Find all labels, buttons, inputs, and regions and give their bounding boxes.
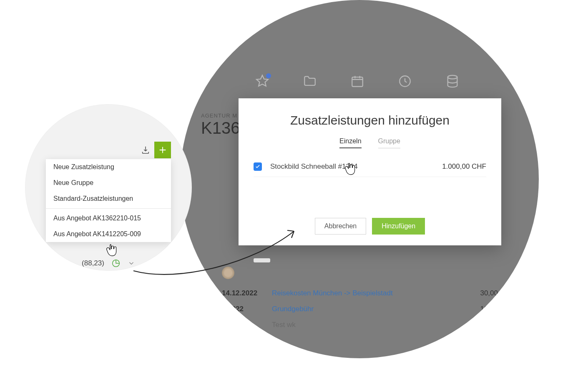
clock-icon[interactable] xyxy=(398,74,412,90)
menu-separator xyxy=(46,208,171,209)
row-desc[interactable]: Grundgebühr xyxy=(272,305,452,313)
row-icon-placeholder xyxy=(506,290,514,297)
row-desc: Test wk xyxy=(272,321,452,329)
pointer-cursor-icon xyxy=(106,244,118,257)
modal-tabs: Einzeln Gruppe xyxy=(239,137,501,148)
left-footer: (88,23) xyxy=(25,259,192,267)
svg-rect-0 xyxy=(352,77,363,87)
folder-icon[interactable] xyxy=(303,74,317,90)
row-date: 14.12.2022 xyxy=(222,289,264,297)
add-services-modal: Zusatzleistungen hinzufügen Einzeln Grup… xyxy=(239,98,501,245)
add-button[interactable] xyxy=(154,142,171,158)
calendar-icon[interactable] xyxy=(350,74,364,90)
star-icon[interactable] xyxy=(255,74,269,90)
row-date: 2.2022 xyxy=(222,305,264,313)
detail-circle-left: Neue Zusatzleistung Neue Gruppe Standard… xyxy=(25,104,192,271)
notification-dot xyxy=(266,73,271,78)
cancel-button[interactable]: Abbrechen xyxy=(315,218,366,235)
modal-list: Stockbild Schneeball #1234 1.000,00 CHF xyxy=(239,148,501,180)
breadcrumb-big: K136/ xyxy=(201,119,245,137)
list-item[interactable]: Stockbild Schneeball #1234 1.000,00 CHF xyxy=(254,159,486,177)
detail-circle-right: AGENTUR M K136/ 14.12.2022 Reisekosten M… xyxy=(180,0,539,358)
row-amount: 10,00 xyxy=(460,305,498,313)
tab-group[interactable]: Gruppe xyxy=(378,137,400,148)
menu-item-from-offer-2[interactable]: Aus Angebot AK1412205-009 xyxy=(46,226,171,242)
modal-footer: Abbrechen Hinzufügen xyxy=(239,180,501,245)
item-name: Stockbild Schneeball #1234 xyxy=(270,162,434,171)
modal-title: Zusatzleistungen hinzufügen xyxy=(239,98,501,137)
menu-item-new-group[interactable]: Neue Gruppe xyxy=(46,175,171,191)
checkbox-checked[interactable] xyxy=(254,162,262,171)
pie-chart-icon[interactable] xyxy=(112,259,120,267)
table-row: 14.12.2022 Reisekosten München -> Beispi… xyxy=(222,289,514,297)
chevron-down-icon[interactable] xyxy=(128,260,135,267)
skeleton-placeholder xyxy=(254,258,270,262)
row-amount: 100,00 xyxy=(460,321,498,329)
svg-rect-3 xyxy=(508,306,513,312)
tab-single[interactable]: Einzeln xyxy=(339,137,361,148)
page-header-background: AGENTUR M K136/ xyxy=(201,112,245,137)
download-icon[interactable] xyxy=(141,145,150,155)
calculator-icon xyxy=(506,305,514,313)
left-toolbar xyxy=(141,142,171,158)
row-amount: 30,00 xyxy=(460,289,498,297)
breadcrumb-small: AGENTUR M xyxy=(201,112,245,119)
table-row: 2.2022 Grundgebühr 10,00 xyxy=(222,305,514,313)
menu-item-from-offer-1[interactable]: Aus Angebot AK1362210-015 xyxy=(46,210,171,226)
row-desc[interactable]: Reisekosten München -> Beispielstadt xyxy=(272,289,452,297)
topbar-icon-row xyxy=(255,74,460,90)
table-row: Test wk 100,00 xyxy=(222,321,514,329)
database-icon[interactable] xyxy=(445,74,460,90)
row-icon-placeholder xyxy=(506,321,514,329)
svg-point-2 xyxy=(448,75,457,79)
background-table: 14.12.2022 Reisekosten München -> Beispi… xyxy=(222,289,514,329)
item-price: 1.000,00 CHF xyxy=(442,162,486,171)
menu-item-standard-services[interactable]: Standard-Zusatzleistungen xyxy=(46,191,171,207)
avatar xyxy=(222,267,234,279)
menu-item-new-service[interactable]: Neue Zusatzleistung xyxy=(46,159,171,175)
confirm-button[interactable]: Hinzufügen xyxy=(372,218,425,235)
footer-value: (88,23) xyxy=(82,259,104,267)
add-dropdown: Neue Zusatzleistung Neue Gruppe Standard… xyxy=(46,159,171,242)
